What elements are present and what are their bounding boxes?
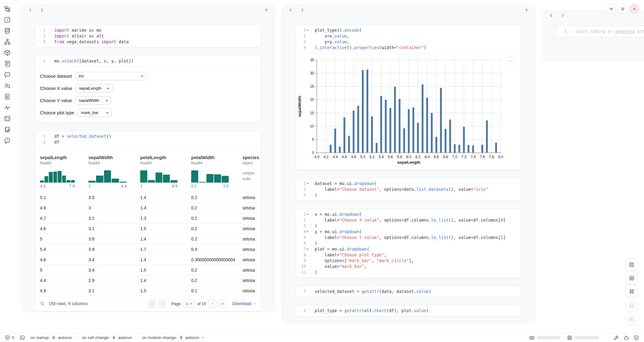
column-histogram[interactable] [40,170,75,183]
column-histogram[interactable] [88,170,127,183]
code-line[interactable]: 5 label="Choose Y value", options=df.col… [296,235,521,240]
column-header-sepalWidth[interactable]: sepalWidthfloat6424.4 [88,155,140,188]
fold-chevron-icon[interactable] [306,212,310,216]
code-line[interactable]: 11) [296,269,521,275]
table-row[interactable]: 4.63.11.50.2setosa [36,223,261,233]
column-header-sepalLength[interactable]: sepalLengthfloat644.37.9 [40,155,88,188]
fold-chevron-icon[interactable] [306,182,310,186]
move-column-left-button[interactable] [27,6,34,13]
code-line[interactable]: 1df = selected_dataset() [36,134,261,139]
code-line[interactable]: 2 label="Choose dataset", options=data.l… [296,187,521,192]
table-row[interactable]: 4.73.21.30.2setosa [36,213,261,223]
code-line[interactable]: 1selected_dataset = getattr(data, datase… [296,289,521,294]
code-line[interactable]: 3) [296,192,521,198]
bar-chart[interactable]: 051015202530354.04.24.44.64.85.05.25.45.… [297,55,521,169]
column-histogram[interactable] [191,170,229,183]
database-icon[interactable] [4,27,11,34]
code-line[interactable]: 1x = mo.ui.dropdown( [296,212,521,217]
code-line[interactable]: 2 label="Choose X value", options=df.col… [296,217,521,223]
menu-button[interactable] [606,4,616,14]
cell-selected-dataset[interactable]: 1selected_dataset = getattr(data, datase… [296,286,521,297]
move-column-right-button[interactable] [38,6,45,13]
move-column-right-button[interactable] [559,12,566,19]
column-header-petalLength[interactable]: petalLengthfloat6416.9 [140,155,191,188]
variables-icon[interactable]: f [4,16,11,23]
table-row[interactable]: 53.41.50.2setosa [36,265,261,275]
code-line[interactable]: 1plot_type = getattr(alt.Chart(df), plot… [296,308,521,314]
table-row[interactable]: 4.63.41.40.30000000000000004setosa [36,254,261,265]
on-module-change-setting[interactable]: on module change: autorun [142,335,205,340]
move-column-right-button[interactable] [299,6,306,13]
fold-chevron-icon[interactable] [306,28,310,32]
move-column-left-button[interactable] [547,12,555,19]
download-button[interactable]: Download [232,301,256,306]
move-column-left-button[interactable] [287,6,294,13]
code-line[interactable]: 9 options=["mark_bar", "mark_circle"], [296,258,521,264]
save-button[interactable] [625,258,638,271]
documentation-icon[interactable] [4,93,11,100]
table-row[interactable]: 5.43.91.70.4setosa [36,244,261,254]
first-page-button[interactable] [148,300,156,308]
code-line[interactable]: 1mo.vstack([dataset, x, y, plot]) [36,58,261,64]
code-editor-dataframe[interactable]: 1df = selected_dataset()2df [36,131,261,148]
dropdown-choose-dataset[interactable]: iris [75,72,146,80]
cpu-icon[interactable] [567,335,572,340]
memory-icon[interactable] [529,335,535,340]
page-select[interactable]: 1 [183,300,195,308]
last-page-button[interactable] [219,300,227,308]
table-row[interactable]: 4.42.91.40.2setosa [36,275,261,285]
keyboard-shortcuts-button[interactable] [625,285,638,297]
ai-chat-icon[interactable] [4,71,11,78]
column-histogram[interactable] [140,170,177,183]
help-icon[interactable]: ? [4,137,11,144]
code-editor-plot-type[interactable]: 1plot_type = getattr(alt.Chart(df), plot… [296,305,521,316]
logs-icon[interactable] [4,60,11,67]
code-line[interactable]: 8 label="Choose plot type", [296,252,521,258]
code-editor-imports[interactable]: 1import marimo as mo2import altair as al… [36,25,261,47]
dropdown-choose-y-value[interactable]: sepalWidth [75,96,111,105]
fold-chevron-icon[interactable] [306,247,310,251]
file-tree-icon[interactable] [4,5,11,12]
dependencies-icon[interactable] [4,38,11,45]
code-editor-vstack[interactable]: 1mo.vstack([dataset, x, y, plot]) [36,56,261,66]
run-button[interactable] [625,313,638,325]
table-row[interactable]: 5.13.51.40.2setosa [36,192,261,202]
generate-with-ai-link[interactable]: generate [615,29,635,34]
scratchpad-icon[interactable] [4,126,11,133]
cell-chart[interactable]: 1plot_type().encode(2 x=x.value,3 y=y.va… [296,25,521,170]
code-line[interactable]: 4y = mo.ui.dropdown( [296,229,521,235]
terminal-button[interactable] [20,335,25,340]
packages-icon[interactable] [4,49,11,56]
errors-indicator[interactable]: 0 [5,335,14,340]
column-header-petalWidth[interactable]: petalWidthfloat640.12.5 [191,155,242,188]
tracing-icon[interactable] [4,104,11,111]
add-column-button[interactable] [263,6,270,13]
code-placeholder[interactable]: Start coding or generate with [572,29,644,34]
code-line[interactable]: 3 y=y.value, [296,39,521,45]
code-line[interactable]: 2import altair as alt [36,33,261,39]
copilot-icon[interactable] [624,335,629,340]
connection-status-icon[interactable] [634,335,639,340]
search-icon[interactable] [40,301,45,306]
cell-vstack[interactable]: 1mo.vstack([dataset, x, y, plot]) Choose… [35,55,261,123]
stop-button[interactable] [625,299,638,312]
code-editor-selected-dataset[interactable]: 1selected_dataset = getattr(data, datase… [296,286,521,297]
code-line[interactable]: 1dataset = mo.ui.dropdown( [296,181,521,187]
ai-sparkles-icon[interactable] [614,335,619,340]
code-line[interactable]: 2 x=x.value, [296,33,521,39]
code-line[interactable]: 10 value="mark_bar", [296,264,521,269]
code-line[interactable]: 2df [36,139,261,145]
code-line[interactable]: 3) [296,223,521,229]
previous-page-button[interactable] [158,300,166,308]
column-header-species[interactable]: speciesobjectunique:nulls: [242,155,256,188]
table-row[interactable]: 4.931.40.2setosa [36,202,261,213]
code-line[interactable]: 1plot_type().encode( [296,27,521,33]
cell-dataset-dropdown[interactable]: 1dataset = mo.ui.dropdown(2 label="Choos… [296,178,521,201]
table-row[interactable]: 53.61.40.2setosa [36,233,261,244]
table-row[interactable]: 4.93.11.50.1setosa [36,285,261,296]
dropdown-choose-x-value[interactable]: sepalLength [75,84,113,92]
next-page-button[interactable] [208,300,216,308]
close-button[interactable] [629,4,639,14]
cell-dataframe[interactable]: 1df = selected_dataset()2df sepalLengthf… [35,131,261,312]
code-line[interactable]: 7plot = mo.ui.dropdown( [296,246,521,252]
